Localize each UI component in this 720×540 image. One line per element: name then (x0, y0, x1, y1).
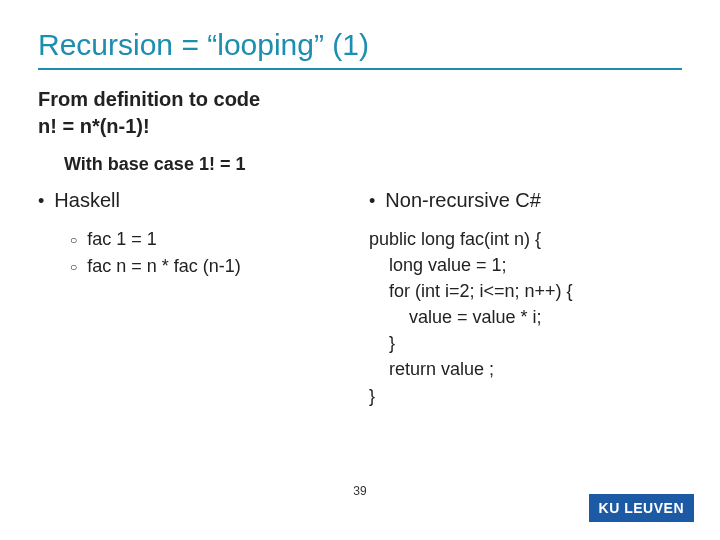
subtitle-line-2: n! = n*(n-1)! (38, 113, 682, 140)
subtitle-line-1: From definition to code (38, 86, 682, 113)
left-heading: Haskell (54, 189, 120, 212)
csharp-code-block: public long fac(int n) { long value = 1;… (369, 226, 682, 409)
haskell-sublist: ○ fac 1 = 1 ○ fac n = n * fac (n-1) (70, 226, 351, 280)
right-column: • Non-recursive C# public long fac(int n… (369, 189, 682, 409)
left-heading-row: • Haskell (38, 189, 351, 212)
bullet-dot-icon: • (38, 192, 44, 210)
ku-leuven-logo: KU LEUVEN (589, 494, 694, 522)
content-columns: • Haskell ○ fac 1 = 1 ○ fac n = n * fac … (38, 189, 682, 409)
list-item: ○ fac n = n * fac (n-1) (70, 253, 351, 280)
slide-title: Recursion = “looping” (1) (38, 28, 682, 62)
haskell-line-2: fac n = n * fac (n-1) (87, 253, 241, 280)
page-number: 39 (353, 484, 366, 498)
haskell-line-1: fac 1 = 1 (87, 226, 157, 253)
circle-bullet-icon: ○ (70, 231, 77, 249)
circle-bullet-icon: ○ (70, 258, 77, 276)
base-case-text: With base case 1! = 1 (64, 154, 682, 175)
right-heading: Non-recursive C# (385, 189, 541, 212)
bullet-dot-icon: • (369, 192, 375, 210)
left-column: • Haskell ○ fac 1 = 1 ○ fac n = n * fac … (38, 189, 351, 409)
list-item: ○ fac 1 = 1 (70, 226, 351, 253)
title-underline (38, 68, 682, 70)
right-heading-row: • Non-recursive C# (369, 189, 682, 212)
slide: Recursion = “looping” (1) From definitio… (0, 0, 720, 540)
